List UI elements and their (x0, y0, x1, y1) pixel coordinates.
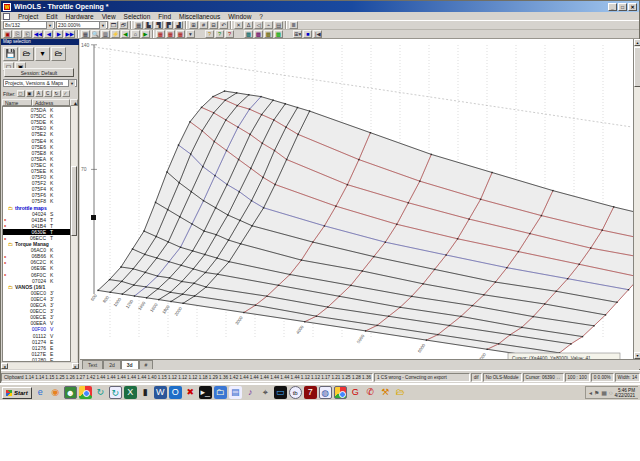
tab-3d[interactable]: 3d (121, 360, 139, 369)
filter-button[interactable]: A (35, 90, 43, 97)
menu-item-project[interactable]: Project (14, 13, 42, 20)
scroll-left-icon[interactable]: ◂ (1, 363, 8, 369)
scope-combo[interactable]: Projects, Versions & Maps ▼ (3, 79, 77, 87)
tab-2d[interactable]: 2d (103, 360, 121, 369)
help-red-icon[interactable]: ? (225, 30, 234, 38)
home-icon[interactable]: ⌂ (131, 30, 140, 38)
filter-button[interactable]: ▣ (26, 90, 34, 97)
open-dropdown-icon[interactable]: ▾ (35, 47, 50, 61)
chart-vertical-scrollbar[interactable]: ▴ ▾ (633, 39, 640, 359)
open-icon[interactable]: 🗁 (19, 47, 34, 61)
tab-hex[interactable]: # (139, 360, 154, 369)
diff-icon[interactable]: Δ (244, 21, 253, 29)
tray-icon[interactable]: ▦ (601, 389, 607, 396)
7zip-icon[interactable]: 7 (304, 386, 317, 399)
tray-icon[interactable]: ⚑ (594, 389, 599, 396)
sync-boxed-icon[interactable]: ↻ (109, 386, 122, 399)
column-left-icon[interactable]: ▙ (144, 21, 153, 29)
scroll-right-icon[interactable]: ▸ (72, 363, 79, 369)
menu-item-miscellaneous[interactable]: Miscellaneous (175, 13, 224, 20)
game-icon[interactable]: ☻ (64, 386, 77, 399)
forward-icon[interactable]: ▶ (141, 30, 150, 38)
view-3d-icon[interactable]: ▦ (176, 30, 185, 38)
sidebar-vertical-scrollbar[interactable] (70, 106, 77, 362)
back-icon[interactable]: ◀ (121, 30, 130, 38)
filter-button[interactable]: ↻ (53, 90, 61, 97)
outlook-icon[interactable]: O (169, 386, 182, 399)
scrollbar-track[interactable] (8, 363, 72, 369)
collapse-icon[interactable]: |◀ (313, 30, 322, 38)
row-bottom-icon[interactable]: ▟ (174, 21, 183, 29)
excel-icon[interactable]: X (124, 386, 137, 399)
start-button[interactable]: Start (2, 387, 32, 399)
firefox-icon[interactable]: ◍ (319, 386, 332, 399)
word-icon[interactable]: W (154, 386, 167, 399)
prev-map-icon[interactable]: ◀ (44, 30, 53, 38)
red-x-icon[interactable]: ✖ (184, 386, 197, 399)
tray-icon[interactable]: ◌ (609, 390, 613, 396)
stop-icon[interactable]: ■ (303, 30, 312, 38)
mdi-child-icon[interactable] (3, 13, 10, 20)
filter-button[interactable]: C (44, 90, 52, 97)
value-format-combo[interactable]: 8x/132▼ (3, 21, 55, 29)
filter-button[interactable]: ▢ (17, 90, 25, 97)
scrollbar-thumb[interactable] (71, 166, 77, 236)
g-red-icon[interactable]: G (349, 386, 362, 399)
chrome2-icon[interactable] (334, 386, 347, 399)
scrollbar-thumb[interactable] (634, 47, 640, 87)
session-button[interactable]: Session: Default (4, 68, 74, 77)
column-right-icon[interactable]: ▜ (154, 21, 163, 29)
view-dropdown-icon[interactable]: ▾ (186, 30, 195, 38)
map-pack-icon[interactable]: ▩ (244, 30, 253, 38)
media-player-icon[interactable]: ◉ (49, 386, 62, 399)
properties-icon[interactable]: ≣ (289, 21, 298, 29)
view-text-icon[interactable]: ▦ (156, 30, 165, 38)
menu-item-window[interactable]: Window (224, 13, 255, 20)
remove-cells-icon[interactable]: ⊟ (209, 21, 218, 29)
map-pack3-icon[interactable]: ▩ (264, 30, 273, 38)
minimize-button[interactable]: _ (608, 3, 617, 11)
menu-item-hardware[interactable]: Hardware (61, 13, 97, 20)
help-yellow-icon[interactable]: ? (205, 30, 214, 38)
cascade-windows-icon[interactable]: 🗖 (109, 21, 118, 29)
notepad-icon[interactable]: ▤ (229, 386, 242, 399)
column-name[interactable]: Name (2, 99, 32, 106)
book-icon[interactable]: ▮ (139, 386, 152, 399)
map-3d-view[interactable]: 7014060080010001200140016001800200030004… (80, 39, 633, 359)
list-icon[interactable]: ▤ (274, 21, 283, 29)
help-green-icon[interactable]: ? (215, 30, 224, 38)
map-green-icon[interactable]: ▩ (274, 30, 283, 38)
copy-icon[interactable]: ⎘ (13, 30, 22, 38)
search-icon[interactable]: 🔍 (91, 30, 100, 38)
connect-icon[interactable]: ⚡ (111, 30, 120, 38)
music-icon[interactable]: ♪ (244, 386, 257, 399)
insert-cells-icon[interactable]: ⊞ (189, 21, 198, 29)
map-table-icon[interactable]: ▦ (81, 30, 90, 38)
wrench-icon[interactable]: ⚒ (379, 386, 392, 399)
table-icon[interactable]: ▥ (101, 30, 110, 38)
menu-item-selection[interactable]: Selection (120, 13, 155, 20)
tab-text[interactable]: Text (82, 360, 103, 369)
sidebar-horizontal-scrollbar[interactable]: ◂ ▸ (1, 363, 79, 369)
ie-icon[interactable]: e (34, 386, 47, 399)
paste-icon[interactable]: ⎗ (23, 30, 32, 38)
save-icon[interactable]: 💾 (3, 47, 18, 61)
import-icon[interactable]: 🗁 (51, 47, 66, 61)
sort-icon[interactable]: ▲ (70, 99, 78, 106)
previous-icon[interactable]: ◁ (254, 21, 263, 29)
folder-yellow-icon[interactable]: 🗁 (394, 386, 407, 399)
grid-view-icon[interactable]: ▦ (134, 21, 143, 29)
sync-icon[interactable]: ↻ (94, 386, 107, 399)
menu-item-find[interactable]: Find (154, 13, 175, 20)
chrome-icon[interactable] (79, 386, 92, 399)
binoculars-icon[interactable]: ⌖ (259, 386, 272, 399)
menu-item-edit[interactable]: Edit (42, 13, 61, 20)
hex-view-icon[interactable]: # (199, 21, 208, 29)
view-2d-icon[interactable]: ▦ (166, 30, 175, 38)
maximize-button[interactable]: □ (618, 3, 627, 11)
tile-windows-icon[interactable]: 🗗 (119, 21, 128, 29)
column-address[interactable]: Address (32, 99, 70, 106)
phone-icon[interactable]: ✆ (364, 386, 377, 399)
first-map-icon[interactable]: ◀◀ (33, 30, 43, 38)
close-button[interactable]: ✕ (628, 3, 637, 11)
